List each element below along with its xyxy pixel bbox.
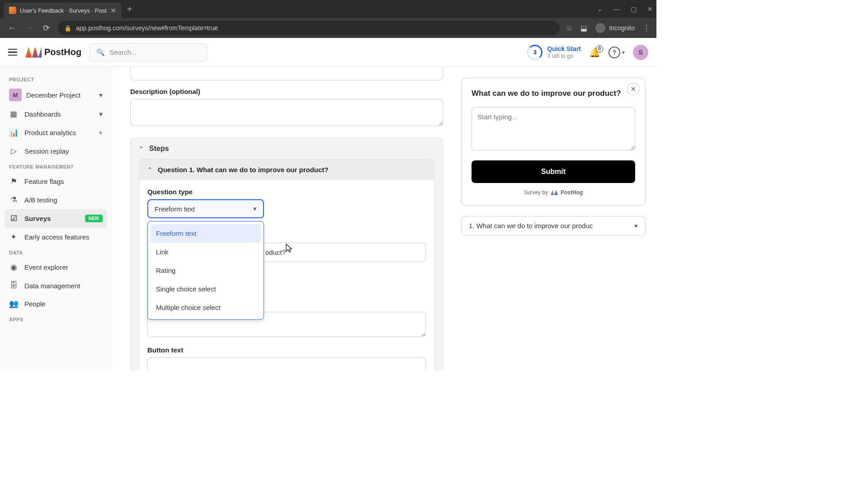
incognito-badge[interactable]: Incognito xyxy=(595,23,635,33)
address-bar: ← → ⟳ 🔒 app.posthog.com/surveys/new#from… xyxy=(0,18,656,38)
mini-logo-icon xyxy=(551,190,558,195)
preview-question-text: What can we do to improve our product? xyxy=(472,88,635,99)
description-label: Description (optional) xyxy=(130,88,443,95)
preview-answer-input[interactable] xyxy=(472,107,635,150)
preview-footer: Survey by PostHog xyxy=(472,189,635,196)
broadcast-icon: ◉ xyxy=(9,263,18,272)
posthog-logo[interactable]: PostHog xyxy=(25,47,81,58)
button-text-input[interactable] xyxy=(147,357,426,370)
survey-form: Description (optional) ⌃ Steps ⌃ Questio… xyxy=(112,67,461,370)
section-data-label: DATA xyxy=(5,246,107,258)
browser-tab[interactable]: User's Feedback · Surveys · Post ✕ xyxy=(4,3,122,18)
lock-icon: 🔒 xyxy=(64,25,71,32)
quick-start-link[interactable]: Quick Start 3 still to go xyxy=(547,45,581,59)
project-selector[interactable]: M December Project ▾ xyxy=(5,85,107,105)
help-button[interactable]: ? xyxy=(609,47,620,58)
nav-ab-testing[interactable]: ⚗ A/B testing xyxy=(5,191,107,209)
question-header[interactable]: ⌃ Question 1. What can we do to improve … xyxy=(139,160,434,180)
dashboard-icon: ▦ xyxy=(9,109,18,119)
hamburger-menu-icon[interactable] xyxy=(8,49,17,56)
new-badge: NEW xyxy=(85,215,103,222)
minimize-icon[interactable]: — xyxy=(613,5,620,13)
notif-count-badge: 0 xyxy=(596,45,603,52)
flask-icon: ⚗ xyxy=(9,195,18,205)
chevron-down-icon[interactable]: ▾ xyxy=(622,49,625,56)
nav-session-replay[interactable]: ▷ Session replay xyxy=(5,142,107,160)
analytics-icon: 📊 xyxy=(9,128,18,137)
progress-ring-icon: 3 xyxy=(527,45,542,60)
user-avatar[interactable]: S xyxy=(633,45,648,60)
notifications-button[interactable]: 🔔 0 xyxy=(589,47,600,58)
section-apps-label: APPS xyxy=(5,313,107,325)
dropdown-option-single[interactable]: Single choice select xyxy=(151,280,261,298)
dropdown-option-freeform[interactable]: Freeform text xyxy=(151,224,261,243)
preview-panel: ✕ What can we do to improve our product?… xyxy=(461,67,656,370)
url-text: app.posthog.com/surveys/new#fromTemplate… xyxy=(76,24,218,32)
nav-event-explorer[interactable]: ◉ Event explorer xyxy=(5,258,107,277)
chevron-down-icon: ▾ xyxy=(99,91,103,99)
description-input[interactable] xyxy=(130,99,443,126)
nav-early-access[interactable]: ✦ Early access features xyxy=(5,228,107,246)
close-window-icon[interactable]: ✕ xyxy=(647,5,653,13)
question-card: ⌃ Question 1. What can we do to improve … xyxy=(139,159,434,370)
collapse-icon: ⌃ xyxy=(147,166,152,173)
dropdown-option-multiple[interactable]: Multiple choice select xyxy=(151,298,261,317)
window-controls: ⌄ — ▢ ✕ xyxy=(597,5,653,13)
bookmark-icon[interactable]: ☆ xyxy=(566,24,572,33)
search-input[interactable]: 🔍 Search... xyxy=(90,43,207,61)
nav-data-management[interactable]: 🗄 Data management xyxy=(5,277,107,295)
tab-close-icon[interactable]: ✕ xyxy=(110,6,116,15)
dropdown-option-link[interactable]: Link xyxy=(151,243,261,261)
question-type-select[interactable]: Freeform text ▾ xyxy=(147,199,264,218)
app-header: PostHog 🔍 Search... 3 Quick Start 3 stil… xyxy=(0,38,656,67)
nav-feature-flags[interactable]: ⚑ Feature flags xyxy=(5,172,107,191)
survey-icon: ☑ xyxy=(9,214,18,223)
chevron-down-icon[interactable]: ⌄ xyxy=(597,5,603,13)
search-icon: 🔍 xyxy=(96,48,105,56)
database-icon: 🗄 xyxy=(9,281,18,290)
project-name: December Project xyxy=(26,91,80,99)
tab-title: User's Feedback · Surveys · Post xyxy=(20,7,107,14)
new-tab-button[interactable]: + xyxy=(127,4,132,14)
maximize-icon[interactable]: ▢ xyxy=(631,5,637,13)
collapse-icon: ⌃ xyxy=(139,145,144,152)
incognito-icon xyxy=(595,23,605,33)
sidebar: PROJECT M December Project ▾ ▦ Dashboard… xyxy=(0,67,112,370)
rocket-icon: ✦ xyxy=(9,232,18,242)
steps-section: ⌃ Steps ⌃ Question 1. What can we do to … xyxy=(130,138,443,370)
reload-button[interactable]: ⟳ xyxy=(41,23,52,33)
back-button[interactable]: ← xyxy=(6,23,17,33)
plus-icon[interactable]: + xyxy=(99,129,103,137)
tab-favicon-icon xyxy=(9,7,16,14)
chevron-down-icon: ▾ xyxy=(99,110,103,118)
preview-close-button[interactable]: ✕ xyxy=(627,83,640,95)
caret-down-icon: ▾ xyxy=(253,205,257,213)
section-feature-label: FEATURE MANAGEMENT xyxy=(5,160,107,172)
flag-icon: ⚑ xyxy=(9,177,18,186)
section-project-label: PROJECT xyxy=(5,73,107,85)
survey-preview-card: ✕ What can we do to improve our product?… xyxy=(461,78,646,206)
browser-tab-bar: User's Feedback · Surveys · Post ✕ + ⌄ —… xyxy=(0,0,656,18)
url-input[interactable]: 🔒 app.posthog.com/surveys/new#fromTempla… xyxy=(58,21,560,35)
logo-mark-icon xyxy=(25,47,42,58)
nav-people[interactable]: 👥 People xyxy=(5,295,107,313)
install-icon[interactable]: ⬓ xyxy=(580,24,587,33)
question-type-label: Question type xyxy=(147,188,426,196)
people-icon: 👥 xyxy=(9,299,18,309)
question-nav-select[interactable]: 1. What can we do to improve our produc … xyxy=(461,216,646,236)
browser-menu-icon[interactable]: ⋮ xyxy=(643,24,650,33)
play-icon: ▷ xyxy=(9,146,18,156)
nav-surveys[interactable]: ☑ Surveys NEW xyxy=(5,209,107,228)
preview-submit-button[interactable]: Submit xyxy=(472,160,635,183)
name-input[interactable] xyxy=(130,67,443,80)
forward-button[interactable]: → xyxy=(24,23,34,33)
button-text-label: Button text xyxy=(147,346,426,354)
chevron-down-icon: ▾ xyxy=(634,222,638,230)
nav-dashboards[interactable]: ▦ Dashboards ▾ xyxy=(5,105,107,123)
steps-header[interactable]: ⌃ Steps xyxy=(131,138,443,159)
nav-product-analytics[interactable]: 📊 Product analytics + xyxy=(5,123,107,142)
question-type-dropdown: Freeform text Link Rating Single choice … xyxy=(147,221,264,320)
project-icon: M xyxy=(9,89,22,101)
dropdown-option-rating[interactable]: Rating xyxy=(151,261,261,280)
